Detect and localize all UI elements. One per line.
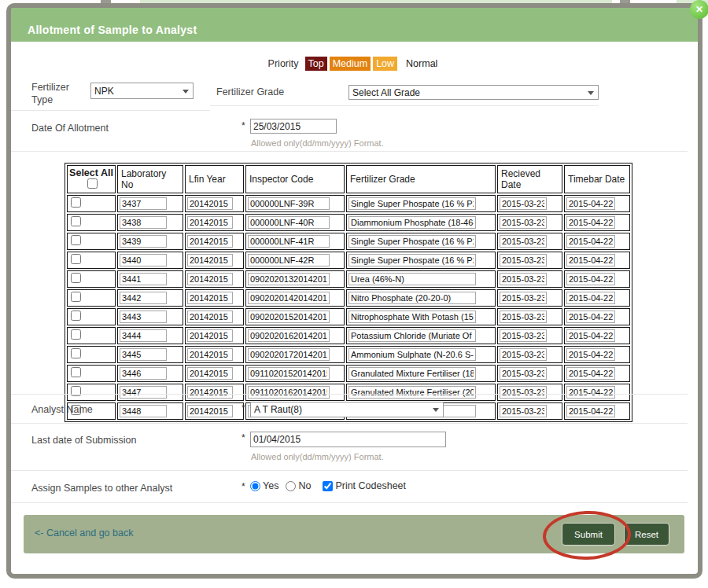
laboratory-no-input[interactable] [120, 197, 167, 210]
fertilizer-grade-input[interactable] [348, 292, 476, 304]
lfin-year-input[interactable] [187, 235, 233, 248]
date-of-allotment-input[interactable] [250, 119, 337, 134]
assign-no-option[interactable]: No [286, 480, 311, 491]
row-select-checkbox[interactable] [71, 329, 81, 340]
received-date-input[interactable] [500, 367, 547, 380]
fertilizer-grade-input[interactable] [348, 311, 476, 323]
print-codesheet-option[interactable]: Print Codesheet [323, 480, 406, 491]
received-date-input[interactable] [500, 386, 547, 399]
timebar-date-input[interactable] [566, 386, 615, 399]
inspector-code-input[interactable] [248, 386, 330, 399]
assign-no-radio[interactable] [286, 481, 296, 491]
laboratory-no-input[interactable] [120, 329, 167, 342]
row-select-checkbox[interactable] [71, 235, 81, 245]
timebar-date-input[interactable] [566, 273, 615, 285]
inspector-code-input[interactable] [248, 197, 330, 210]
row-select-checkbox[interactable] [71, 386, 81, 396]
received-date-input[interactable] [500, 311, 547, 323]
timebar-date-input[interactable] [566, 348, 615, 361]
submit-button[interactable]: Submit [562, 523, 615, 546]
lfin-year-input[interactable] [187, 254, 233, 266]
fertilizer-grade-input[interactable] [348, 216, 476, 229]
laboratory-no-input[interactable] [120, 235, 167, 248]
row-select-checkbox[interactable] [71, 348, 81, 358]
fertilizer-grade-input[interactable] [348, 197, 476, 210]
laboratory-no-input[interactable] [120, 254, 167, 266]
timebar-date-input[interactable] [566, 254, 615, 266]
analyst-name-select[interactable]: A T Raut(8) [250, 402, 444, 417]
reset-button[interactable]: Reset [624, 523, 669, 546]
laboratory-no-input[interactable] [120, 292, 167, 304]
last-date-of-submission-input[interactable] [250, 432, 446, 447]
laboratory-no-input[interactable] [120, 386, 167, 399]
lfin-year-input[interactable] [187, 197, 233, 210]
laboratory-no-input[interactable] [120, 273, 167, 285]
laboratory-no-input[interactable] [120, 405, 167, 417]
row-select-checkbox[interactable] [71, 197, 81, 208]
laboratory-no-input[interactable] [120, 216, 167, 229]
received-date-input[interactable] [500, 405, 547, 417]
received-date-input[interactable] [500, 254, 547, 266]
timebar-date-input[interactable] [566, 197, 615, 210]
fertilizer-grade-input[interactable] [348, 254, 476, 266]
received-date-input[interactable] [500, 273, 547, 285]
row-select-checkbox[interactable] [71, 254, 81, 264]
received-date-input[interactable] [500, 216, 547, 229]
inspector-code-cell [245, 346, 345, 363]
fertilizer-grade-input[interactable] [348, 348, 476, 361]
received-date-input[interactable] [500, 329, 547, 342]
inspector-code-input[interactable] [248, 329, 330, 342]
received-date-input[interactable] [500, 235, 547, 248]
timebar-date-input[interactable] [566, 329, 615, 342]
lfin-year-input[interactable] [187, 292, 233, 304]
lfin-year-input[interactable] [187, 216, 233, 229]
inspector-code-input[interactable] [248, 367, 330, 380]
cancel-link[interactable]: <- Cancel and go back [35, 527, 133, 538]
lfin-year-input[interactable] [187, 348, 233, 361]
row-select-checkbox[interactable] [71, 311, 81, 321]
laboratory-no-input[interactable] [120, 311, 167, 323]
print-codesheet-checkbox[interactable] [323, 481, 333, 491]
lfin-year-input[interactable] [187, 311, 233, 323]
fertilizer-grade-input[interactable] [348, 329, 476, 342]
laboratory-no-cell [117, 289, 183, 307]
row-select-checkbox[interactable] [71, 273, 81, 283]
laboratory-no-input[interactable] [120, 348, 167, 361]
timebar-date-input[interactable] [566, 292, 615, 304]
laboratory-no-input[interactable] [120, 367, 167, 380]
lfin-year-input[interactable] [187, 273, 233, 285]
received-date-input[interactable] [500, 292, 547, 304]
lfin-year-input[interactable] [187, 329, 233, 342]
timebar-date-input[interactable] [566, 216, 615, 229]
fertilizer-grade-input[interactable] [348, 386, 476, 399]
row-select-checkbox[interactable] [71, 367, 81, 377]
row-select-cell [67, 346, 116, 363]
lfin-year-input[interactable] [187, 405, 233, 417]
timebar-date-input[interactable] [566, 311, 615, 323]
inspector-code-input[interactable] [248, 311, 330, 323]
fertilizer-grade-input[interactable] [348, 273, 476, 285]
close-button[interactable]: ✕ [690, 0, 708, 19]
inspector-code-input[interactable] [248, 254, 330, 266]
assign-yes-option[interactable]: Yes [250, 480, 278, 491]
inspector-code-input[interactable] [248, 216, 330, 229]
fertilizer-type-select[interactable]: NPK [90, 83, 194, 99]
timebar-date-input[interactable] [566, 367, 615, 380]
inspector-code-input[interactable] [248, 292, 330, 304]
lfin-year-input[interactable] [187, 386, 233, 399]
fertilizer-grade-input[interactable] [348, 235, 476, 248]
assign-yes-radio[interactable] [250, 481, 260, 491]
lfin-year-input[interactable] [187, 367, 233, 380]
row-select-checkbox[interactable] [71, 292, 81, 302]
inspector-code-input[interactable] [248, 348, 330, 361]
timebar-date-input[interactable] [566, 235, 615, 248]
timebar-date-input[interactable] [566, 405, 615, 417]
inspector-code-input[interactable] [248, 235, 330, 248]
fertilizer-grade-input[interactable] [348, 367, 476, 380]
received-date-input[interactable] [500, 348, 547, 361]
fertilizer-grade-select[interactable]: Select All Grade [348, 85, 599, 100]
received-date-input[interactable] [500, 197, 547, 210]
row-select-checkbox[interactable] [71, 216, 81, 226]
select-all-checkbox[interactable] [87, 178, 98, 189]
inspector-code-input[interactable] [248, 273, 330, 285]
